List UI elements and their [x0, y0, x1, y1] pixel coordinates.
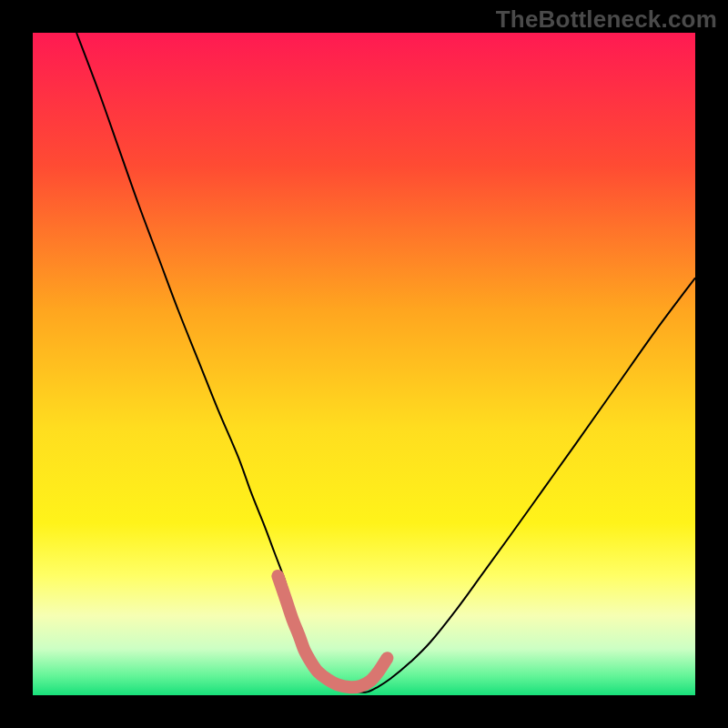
plot-background	[33, 33, 695, 695]
bottleneck-chart	[0, 0, 728, 728]
chart-container: TheBottleneck.com	[0, 0, 728, 728]
watermark: TheBottleneck.com	[496, 5, 717, 34]
